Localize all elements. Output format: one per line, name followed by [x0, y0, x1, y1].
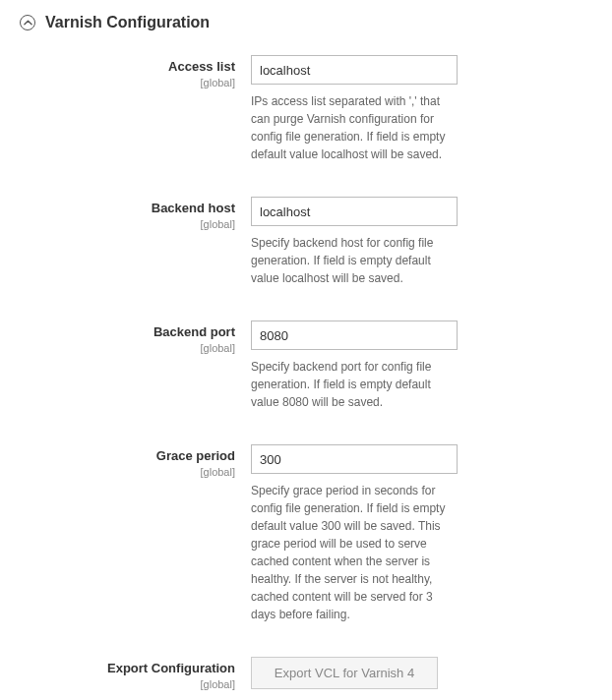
form-row-backend-port: Backend port [global] Specify backend po…	[69, 321, 592, 411]
chevron-up-icon	[24, 19, 32, 28]
field-label: Access list	[69, 59, 235, 75]
help-text: Specify backend host for config file gen…	[251, 234, 458, 287]
label-col: Backend port [global]	[69, 321, 251, 354]
form-row-backend-host: Backend host [global] Specify backend ho…	[69, 197, 592, 287]
help-text: Specify backend port for config file gen…	[251, 358, 458, 411]
backend-host-input[interactable]	[251, 197, 458, 226]
help-text: IPs access list separated with ',' that …	[251, 92, 458, 163]
field-label: Export Configuration	[69, 661, 235, 676]
field-label: Grace period	[69, 448, 235, 464]
form-rows: Access list [global] IPs access list sep…	[20, 55, 592, 700]
field-scope: [global]	[69, 77, 235, 88]
collapse-icon[interactable]	[20, 15, 35, 30]
label-col: Backend host [global]	[69, 197, 251, 230]
input-col: Specify grace period in seconds for conf…	[251, 444, 458, 623]
input-col: Export VCL for Varnish 4	[251, 657, 458, 689]
help-text: Specify grace period in seconds for conf…	[251, 482, 458, 623]
label-col: Export Configuration [global]	[69, 657, 251, 690]
field-scope: [global]	[69, 342, 235, 354]
input-col: IPs access list separated with ',' that …	[251, 55, 458, 163]
field-label: Backend port	[69, 324, 235, 340]
field-label: Backend host	[69, 201, 235, 216]
form-row-export-varnish4: Export Configuration [global] Export VCL…	[69, 657, 592, 690]
section-title: Varnish Configuration	[45, 14, 210, 31]
field-scope: [global]	[69, 678, 235, 690]
label-col: Grace period [global]	[69, 444, 251, 478]
access-list-input[interactable]	[251, 55, 458, 85]
backend-port-input[interactable]	[251, 321, 458, 350]
form-row-grace-period: Grace period [global] Specify grace peri…	[69, 444, 592, 623]
form-row-access-list: Access list [global] IPs access list sep…	[69, 55, 592, 163]
label-col: Access list [global]	[69, 55, 251, 88]
field-scope: [global]	[69, 218, 235, 230]
input-col: Specify backend host for config file gen…	[251, 197, 458, 287]
input-col: Specify backend port for config file gen…	[251, 321, 458, 411]
field-scope: [global]	[69, 466, 235, 478]
section-header: Varnish Configuration	[20, 14, 592, 31]
grace-period-input[interactable]	[251, 444, 458, 474]
export-varnish4-button[interactable]: Export VCL for Varnish 4	[251, 657, 438, 689]
